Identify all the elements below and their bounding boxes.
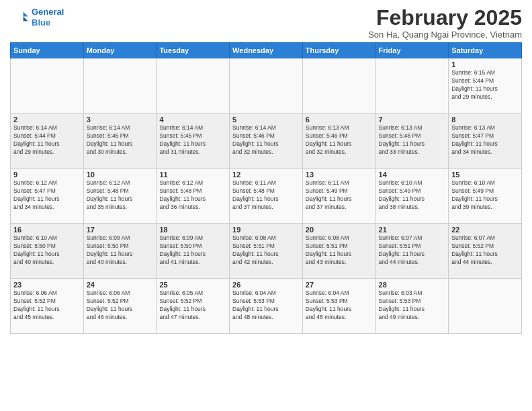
logo-text: General Blue bbox=[32, 7, 64, 28]
day-cell bbox=[11, 58, 84, 113]
day-number: 26 bbox=[232, 281, 300, 289]
day-info: Sunrise: 6:13 AM Sunset: 5:47 PM Dayligh… bbox=[451, 124, 519, 156]
day-number: 5 bbox=[232, 116, 300, 124]
day-info: Sunrise: 6:14 AM Sunset: 5:46 PM Dayligh… bbox=[232, 124, 300, 156]
day-cell: 7Sunrise: 6:13 AM Sunset: 5:46 PM Daylig… bbox=[375, 113, 449, 169]
week-row-0: 1Sunrise: 6:15 AM Sunset: 5:44 PM Daylig… bbox=[11, 58, 522, 113]
day-cell: 2Sunrise: 6:14 AM Sunset: 5:44 PM Daylig… bbox=[11, 113, 84, 169]
day-info: Sunrise: 6:10 AM Sunset: 5:50 PM Dayligh… bbox=[13, 234, 81, 267]
day-cell: 15Sunrise: 6:10 AM Sunset: 5:49 PM Dayli… bbox=[449, 169, 522, 224]
logo-icon bbox=[10, 8, 29, 27]
col-tuesday: Tuesday bbox=[157, 43, 230, 58]
day-number: 14 bbox=[379, 171, 446, 179]
day-cell: 27Sunrise: 6:04 AM Sunset: 5:53 PM Dayli… bbox=[302, 279, 375, 334]
day-number: 17 bbox=[87, 226, 154, 234]
day-number: 25 bbox=[159, 281, 226, 289]
day-info: Sunrise: 6:13 AM Sunset: 5:46 PM Dayligh… bbox=[379, 124, 446, 156]
day-info: Sunrise: 6:06 AM Sunset: 5:52 PM Dayligh… bbox=[87, 289, 154, 322]
day-number: 19 bbox=[232, 226, 300, 234]
day-cell bbox=[230, 58, 303, 113]
location-subtitle: Son Ha, Quang Ngai Province, Vietnam bbox=[368, 30, 522, 40]
day-number: 15 bbox=[451, 171, 519, 179]
day-cell: 12Sunrise: 6:11 AM Sunset: 5:48 PM Dayli… bbox=[230, 169, 303, 224]
day-info: Sunrise: 6:14 AM Sunset: 5:45 PM Dayligh… bbox=[87, 124, 154, 156]
logo-line2: Blue bbox=[32, 17, 50, 28]
day-number: 18 bbox=[159, 226, 226, 234]
day-info: Sunrise: 6:12 AM Sunset: 5:48 PM Dayligh… bbox=[87, 179, 154, 212]
day-info: Sunrise: 6:11 AM Sunset: 5:48 PM Dayligh… bbox=[232, 179, 300, 212]
day-cell bbox=[302, 58, 375, 113]
col-sunday: Sunday bbox=[11, 43, 84, 58]
day-cell: 6Sunrise: 6:13 AM Sunset: 5:46 PM Daylig… bbox=[302, 113, 375, 169]
calendar-header-row: Sunday Monday Tuesday Wednesday Thursday… bbox=[11, 43, 522, 58]
day-cell bbox=[83, 58, 157, 113]
day-cell: 19Sunrise: 6:08 AM Sunset: 5:51 PM Dayli… bbox=[230, 224, 303, 279]
day-cell: 17Sunrise: 6:09 AM Sunset: 5:50 PM Dayli… bbox=[83, 224, 157, 279]
day-cell: 18Sunrise: 6:09 AM Sunset: 5:50 PM Dayli… bbox=[157, 224, 230, 279]
day-number: 12 bbox=[232, 171, 300, 179]
day-number: 7 bbox=[379, 116, 446, 124]
week-row-4: 23Sunrise: 6:06 AM Sunset: 5:52 PM Dayli… bbox=[11, 279, 522, 334]
day-info: Sunrise: 6:11 AM Sunset: 5:49 PM Dayligh… bbox=[306, 179, 373, 212]
title-block: February 2025 Son Ha, Quang Ngai Provinc… bbox=[368, 7, 522, 40]
day-info: Sunrise: 6:14 AM Sunset: 5:44 PM Dayligh… bbox=[13, 124, 81, 156]
week-row-3: 16Sunrise: 6:10 AM Sunset: 5:50 PM Dayli… bbox=[11, 224, 522, 279]
day-cell: 1Sunrise: 6:15 AM Sunset: 5:44 PM Daylig… bbox=[449, 58, 522, 113]
day-number: 4 bbox=[159, 116, 226, 124]
day-number: 23 bbox=[13, 281, 81, 289]
day-cell: 26Sunrise: 6:04 AM Sunset: 5:53 PM Dayli… bbox=[230, 279, 303, 334]
day-info: Sunrise: 6:07 AM Sunset: 5:51 PM Dayligh… bbox=[379, 234, 446, 267]
svg-rect-0 bbox=[10, 8, 29, 27]
calendar-table: Sunday Monday Tuesday Wednesday Thursday… bbox=[10, 42, 522, 334]
day-cell: 28Sunrise: 6:03 AM Sunset: 5:53 PM Dayli… bbox=[375, 279, 449, 334]
day-number: 21 bbox=[379, 226, 446, 234]
day-cell: 24Sunrise: 6:06 AM Sunset: 5:52 PM Dayli… bbox=[83, 279, 157, 334]
day-number: 6 bbox=[306, 116, 373, 124]
day-info: Sunrise: 6:09 AM Sunset: 5:50 PM Dayligh… bbox=[87, 234, 154, 267]
day-number: 13 bbox=[306, 171, 373, 179]
day-info: Sunrise: 6:13 AM Sunset: 5:46 PM Dayligh… bbox=[306, 124, 373, 156]
day-cell: 13Sunrise: 6:11 AM Sunset: 5:49 PM Dayli… bbox=[302, 169, 375, 224]
col-monday: Monday bbox=[83, 43, 157, 58]
day-cell bbox=[375, 58, 449, 113]
day-number: 3 bbox=[87, 116, 154, 124]
day-info: Sunrise: 6:10 AM Sunset: 5:49 PM Dayligh… bbox=[379, 179, 446, 212]
day-number: 20 bbox=[306, 226, 373, 234]
col-thursday: Thursday bbox=[302, 43, 375, 58]
day-info: Sunrise: 6:03 AM Sunset: 5:53 PM Dayligh… bbox=[379, 289, 446, 322]
day-number: 11 bbox=[159, 171, 226, 179]
day-number: 27 bbox=[306, 281, 373, 289]
day-number: 2 bbox=[13, 116, 81, 124]
day-cell: 3Sunrise: 6:14 AM Sunset: 5:45 PM Daylig… bbox=[83, 113, 157, 169]
day-info: Sunrise: 6:15 AM Sunset: 5:44 PM Dayligh… bbox=[451, 69, 519, 101]
day-cell: 4Sunrise: 6:14 AM Sunset: 5:45 PM Daylig… bbox=[157, 113, 230, 169]
day-cell bbox=[449, 279, 522, 334]
logo: General Blue bbox=[10, 7, 64, 28]
day-cell bbox=[157, 58, 230, 113]
day-info: Sunrise: 6:06 AM Sunset: 5:52 PM Dayligh… bbox=[13, 289, 81, 322]
day-info: Sunrise: 6:05 AM Sunset: 5:52 PM Dayligh… bbox=[159, 289, 226, 322]
day-cell: 5Sunrise: 6:14 AM Sunset: 5:46 PM Daylig… bbox=[230, 113, 303, 169]
day-info: Sunrise: 6:12 AM Sunset: 5:48 PM Dayligh… bbox=[159, 179, 226, 212]
day-info: Sunrise: 6:09 AM Sunset: 5:50 PM Dayligh… bbox=[159, 234, 226, 267]
day-info: Sunrise: 6:08 AM Sunset: 5:51 PM Dayligh… bbox=[306, 234, 373, 267]
day-cell: 8Sunrise: 6:13 AM Sunset: 5:47 PM Daylig… bbox=[449, 113, 522, 169]
month-title: February 2025 bbox=[368, 7, 522, 28]
day-info: Sunrise: 6:04 AM Sunset: 5:53 PM Dayligh… bbox=[306, 289, 373, 322]
day-cell: 20Sunrise: 6:08 AM Sunset: 5:51 PM Dayli… bbox=[302, 224, 375, 279]
day-info: Sunrise: 6:10 AM Sunset: 5:49 PM Dayligh… bbox=[451, 179, 519, 212]
day-info: Sunrise: 6:07 AM Sunset: 5:52 PM Dayligh… bbox=[451, 234, 519, 267]
logo-line1: General bbox=[32, 7, 64, 17]
day-number: 22 bbox=[451, 226, 519, 234]
day-info: Sunrise: 6:14 AM Sunset: 5:45 PM Dayligh… bbox=[159, 124, 226, 156]
day-cell: 9Sunrise: 6:12 AM Sunset: 5:47 PM Daylig… bbox=[11, 169, 84, 224]
day-number: 16 bbox=[13, 226, 81, 234]
day-cell: 22Sunrise: 6:07 AM Sunset: 5:52 PM Dayli… bbox=[449, 224, 522, 279]
day-number: 8 bbox=[451, 116, 519, 124]
header: General Blue February 2025 Son Ha, Quang… bbox=[10, 7, 522, 40]
day-cell: 10Sunrise: 6:12 AM Sunset: 5:48 PM Dayli… bbox=[83, 169, 157, 224]
day-cell: 16Sunrise: 6:10 AM Sunset: 5:50 PM Dayli… bbox=[11, 224, 84, 279]
week-row-2: 9Sunrise: 6:12 AM Sunset: 5:47 PM Daylig… bbox=[11, 169, 522, 224]
day-cell: 23Sunrise: 6:06 AM Sunset: 5:52 PM Dayli… bbox=[11, 279, 84, 334]
day-number: 24 bbox=[87, 281, 154, 289]
